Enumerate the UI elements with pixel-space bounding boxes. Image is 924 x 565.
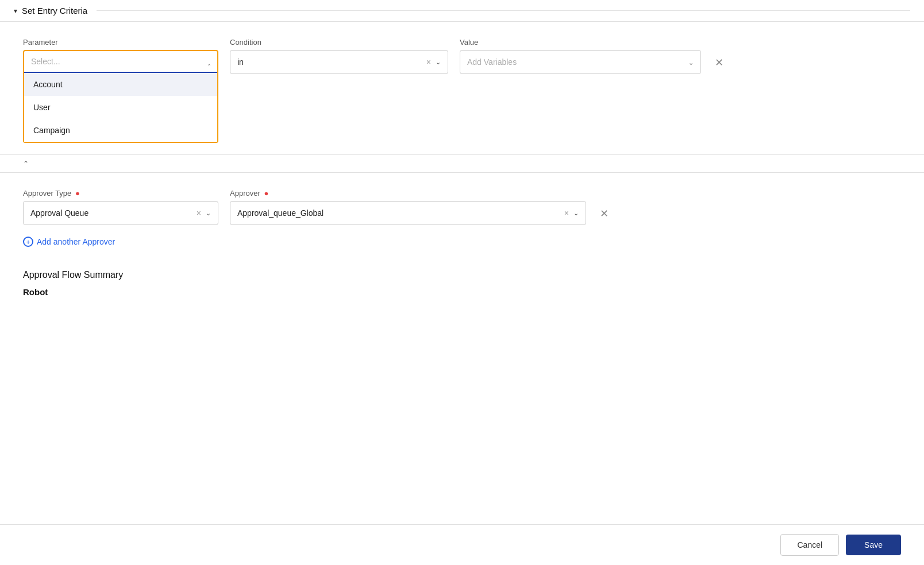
add-another-approver-button[interactable]: + Add another Approver — [23, 237, 901, 247]
section-chevron-icon[interactable]: ▾ — [14, 7, 17, 15]
approver-select[interactable]: Approval_queue_Global × ⌄ — [230, 201, 586, 225]
condition-select[interactable]: in × ⌄ — [230, 50, 448, 74]
approver-chevron-down-icon[interactable]: ⌄ — [573, 210, 579, 217]
cancel-button[interactable]: Cancel — [780, 534, 839, 556]
approver-clear-icon[interactable]: × — [564, 209, 569, 217]
condition-actions: × ⌄ — [426, 58, 441, 66]
parameter-chevron-up-icon: ‸ — [208, 57, 210, 65]
approver-value: Approval_queue_Global — [237, 208, 324, 218]
condition-clear-icon[interactable]: × — [426, 58, 431, 66]
approver-row: Approver Type ● Approval Queue × ⌄ Appro… — [23, 189, 901, 225]
summary-title: Approval Flow Summary — [23, 270, 901, 280]
add-approver-label: Add another Approver — [37, 237, 115, 246]
value-chevron-down-icon[interactable]: ⌄ — [688, 59, 694, 66]
section-header: ▾ Set Entry Criteria — [0, 0, 924, 22]
value-actions: ⌄ — [688, 57, 694, 67]
parameter-options-list: Account User Campaign — [24, 73, 217, 142]
add-approver-plus-icon: + — [23, 237, 33, 247]
page-container: ▾ Set Entry Criteria Parameter Select...… — [0, 0, 924, 306]
criteria-row: Parameter Select... ‸ Account User Campa… — [23, 38, 901, 143]
footer: Cancel Save — [0, 524, 924, 565]
approver-type-chevron-down-icon[interactable]: ⌄ — [206, 210, 211, 217]
value-label: Value — [460, 38, 701, 47]
approver-row-delete-button[interactable]: ✕ — [598, 205, 611, 222]
approver-type-clear-icon[interactable]: × — [197, 209, 201, 217]
approver-type-actions: × ⌄ — [197, 209, 211, 217]
parameter-dropdown[interactable]: Select... ‸ Account User Campaign — [23, 50, 218, 143]
summary-robot: Robot — [23, 287, 901, 297]
parameter-dropdown-header[interactable]: Select... ‸ — [24, 51, 217, 73]
criteria-row-delete-button[interactable]: ✕ — [713, 54, 726, 71]
approver-type-group: Approver Type ● Approval Queue × ⌄ — [23, 189, 218, 225]
approver-type-required-dot: ● — [75, 189, 80, 198]
section-title: Set Entry Criteria — [22, 6, 87, 16]
condition-value: in — [237, 57, 244, 67]
approver-section: Approver Type ● Approval Queue × ⌄ Appro… — [0, 173, 924, 247]
approver-type-select[interactable]: Approval Queue × ⌄ — [23, 201, 218, 225]
approver-actions: × ⌄ — [564, 209, 579, 217]
approver-required-dot: ● — [264, 189, 268, 198]
summary-section: Approval Flow Summary Robot — [0, 265, 924, 306]
section-divider: ⌃ — [0, 154, 924, 173]
condition-label: Condition — [230, 38, 448, 47]
parameter-option-user[interactable]: User — [24, 96, 217, 119]
parameter-group: Parameter Select... ‸ Account User Campa… — [23, 38, 218, 143]
condition-chevron-down-icon[interactable]: ⌄ — [436, 59, 441, 66]
value-select[interactable]: Add Variables ⌄ — [460, 50, 701, 74]
approver-type-value: Approval Queue — [30, 208, 88, 218]
approver-label: Approver ● — [230, 189, 586, 198]
save-button[interactable]: Save — [846, 535, 901, 555]
parameter-label: Parameter — [23, 38, 218, 47]
header-divider-line — [97, 10, 910, 11]
parameter-placeholder: Select... — [31, 57, 60, 66]
value-placeholder: Add Variables — [467, 57, 517, 67]
main-content: Parameter Select... ‸ Account User Campa… — [0, 22, 924, 143]
parameter-option-account[interactable]: Account — [24, 73, 217, 96]
approver-group: Approver ● Approval_queue_Global × ⌄ — [230, 189, 586, 225]
value-group: Value Add Variables ⌄ — [460, 38, 701, 74]
parameter-option-campaign[interactable]: Campaign — [24, 119, 217, 142]
approver-type-label: Approver Type ● — [23, 189, 218, 198]
divider-chevron-icon[interactable]: ⌃ — [23, 160, 29, 168]
condition-group: Condition in × ⌄ — [230, 38, 448, 74]
